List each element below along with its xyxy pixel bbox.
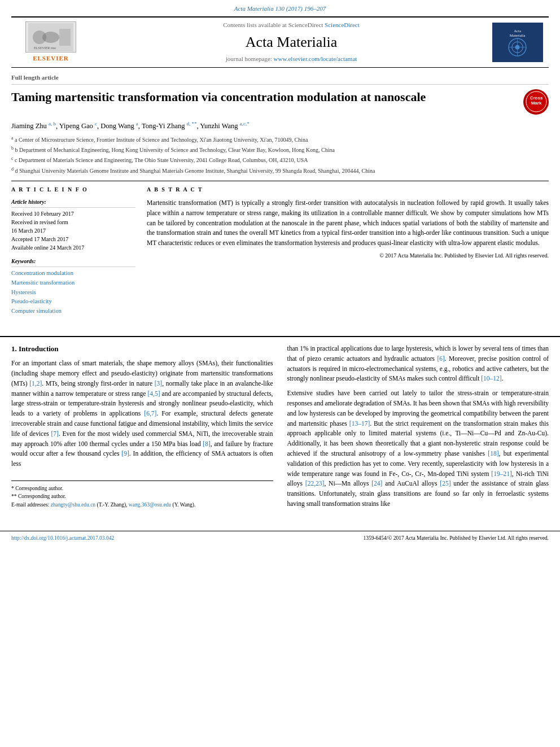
body-section: 1. Introduction For an important class o…	[0, 336, 560, 525]
svg-text:ELSEVIER tree: ELSEVIER tree	[34, 46, 56, 50]
sciencedirect-line: Contents lists available at ScienceDirec…	[90, 21, 492, 29]
affiliation-c: c c Department of Materials Science and …	[11, 155, 549, 164]
crossmark-logo: Cross Mark	[523, 89, 549, 115]
body-two-col: 1. Introduction For an important class o…	[11, 344, 549, 514]
revised-label: Received in revised form	[11, 218, 135, 226]
available-date: Available online 24 March 2017	[11, 243, 135, 252]
article-info-column: A R T I C L E I N F O Article history: R…	[11, 186, 135, 322]
elsevier-graphic: ELSEVIER tree	[25, 21, 76, 53]
keyword-3: Hysteresis	[11, 288, 135, 298]
ref-10-12[interactable]: [10–12]	[481, 375, 501, 382]
email-zhang[interactable]: zhangty@shu.edu.cn	[51, 502, 95, 508]
abstract-column: A B S T R A C T Martensitic transformati…	[147, 186, 549, 322]
ref-7b[interactable]: [7]	[51, 430, 58, 437]
bottom-bar: http://dx.doi.org/10.1016/j.actamat.2017…	[0, 531, 560, 545]
footnote-section: * Corresponding author. ** Corresponding…	[11, 480, 273, 509]
keyword-1: Concentration modulation	[11, 269, 135, 278]
body-col-left: 1. Introduction For an important class o…	[11, 344, 273, 514]
ref-8[interactable]: [8]	[203, 440, 210, 447]
ref-13-17[interactable]: [13–17]	[349, 420, 370, 427]
journal-ref-line: Acta Materialia 130 (2017) 196–207	[11, 5, 549, 13]
article-history: Article history: Received 10 February 20…	[11, 198, 135, 252]
affiliations: a a Center of Microstructure Science, Fr…	[11, 135, 549, 175]
header-left: ELSEVIER tree ELSEVIER	[11, 21, 90, 63]
affiliation-b: b b Department of Mechanical Engineering…	[11, 145, 549, 154]
article-info-abstract: A R T I C L E I N F O Article history: R…	[11, 186, 549, 322]
keyword-2: Martensitic transformation	[11, 278, 135, 288]
keyword-5: Computer simulation	[11, 307, 135, 316]
ref-19-21[interactable]: [19–21]	[491, 470, 511, 477]
ref-6-7[interactable]: [6,7]	[144, 410, 156, 417]
intro-para1: For an important class of smart material…	[11, 359, 273, 469]
ref-22-23[interactable]: [22,23]	[305, 480, 325, 487]
doi-link[interactable]: http://dx.doi.org/10.1016/j.actamat.2017…	[11, 535, 114, 542]
issn-line: 1359-6454/© 2017 Acta Materialia Inc. Pu…	[363, 535, 549, 542]
article-type-label: Full length article	[11, 73, 549, 85]
intro-heading: 1. Introduction	[11, 344, 273, 354]
affiliation-d: d d Shanghai University Materials Genome…	[11, 166, 549, 175]
keyword-4: Pseudo-elasticity	[11, 297, 135, 307]
header-content: ELSEVIER tree ELSEVIER Contents lists av…	[11, 16, 549, 67]
svg-point-2	[42, 32, 59, 43]
journal-header: Acta Materialia 130 (2017) 196–207 ELSEV…	[0, 0, 560, 68]
page: Acta Materialia 130 (2017) 196–207 ELSEV…	[0, 0, 560, 747]
abstract-text: Martensitic transformation (MT) is typic…	[147, 198, 549, 248]
intro-para3: Extensive studies have been carried out …	[287, 388, 549, 509]
abstract-label: A B S T R A C T	[147, 186, 549, 194]
article-section: Full length article Taming martensitic t…	[0, 68, 560, 336]
svg-text:Cross: Cross	[530, 95, 542, 101]
ref-6b[interactable]: [6]	[437, 355, 444, 362]
keywords-title: Keywords:	[11, 257, 135, 267]
ref-25[interactable]: [25]	[440, 480, 450, 487]
svg-text:Materialia: Materialia	[510, 34, 526, 38]
ref-4-5[interactable]: [4,5]	[148, 390, 160, 397]
header-right: Acta Materialia	[492, 23, 549, 62]
copyright-line: © 2017 Acta Materialia Inc. Published by…	[147, 252, 549, 260]
sciencedirect-link[interactable]: ScienceDirect	[325, 21, 360, 28]
elsevier-logo: ELSEVIER tree ELSEVIER	[25, 21, 76, 63]
journal-homepage-link[interactable]: www.elsevier.com/locate/actamat	[274, 55, 357, 62]
elsevier-brand: ELSEVIER	[33, 54, 69, 63]
header-center: Contents lists available at ScienceDirec…	[90, 21, 492, 63]
intro-para2: than 1% in practical applications due to…	[287, 344, 549, 384]
footnote-email: E-mail addresses: zhangty@shu.edu.cn (T.…	[11, 501, 273, 509]
article-title-row: Taming martensitic transformation via co…	[11, 89, 549, 115]
ref-24[interactable]: [24]	[371, 480, 382, 487]
journal-title: Acta Materialia	[90, 32, 492, 53]
journal-homepage: journal homepage: www.elsevier.com/locat…	[90, 55, 492, 63]
history-title: Article history:	[11, 198, 135, 208]
keywords-group: Keywords: Concentration modulation Marte…	[11, 257, 135, 316]
footnote-star2: ** Corresponding author.	[11, 492, 273, 500]
accepted-date: Accepted 17 March 2017	[11, 235, 135, 243]
affiliation-a: a a Center of Microstructure Science, Fr…	[11, 135, 549, 144]
article-title: Taming martensitic transformation via co…	[11, 89, 515, 106]
received-date: Received 10 February 2017	[11, 209, 135, 218]
svg-rect-3	[59, 29, 71, 46]
authors-line: Jiaming Zhu a, b, Yipeng Gao c, Dong Wan…	[11, 120, 549, 132]
svg-text:Mark: Mark	[531, 101, 541, 106]
article-info-label: A R T I C L E I N F O	[11, 186, 135, 194]
email-wang[interactable]: wang.363@osu.edu	[129, 502, 171, 508]
ref-18[interactable]: [18]	[488, 450, 498, 457]
svg-text:Acta: Acta	[514, 29, 521, 33]
body-col-right: than 1% in practical applications due to…	[287, 344, 549, 514]
footnote-star1: * Corresponding author.	[11, 484, 273, 492]
ref-3[interactable]: [3]	[155, 380, 162, 387]
ref-1-2[interactable]: [1,2]	[29, 380, 42, 387]
revised-date: 16 March 2017	[11, 226, 135, 235]
ref-9[interactable]: [9]	[121, 450, 129, 457]
acta-materialia-logo: Acta Materialia	[492, 23, 543, 62]
section-divider	[11, 181, 549, 181]
